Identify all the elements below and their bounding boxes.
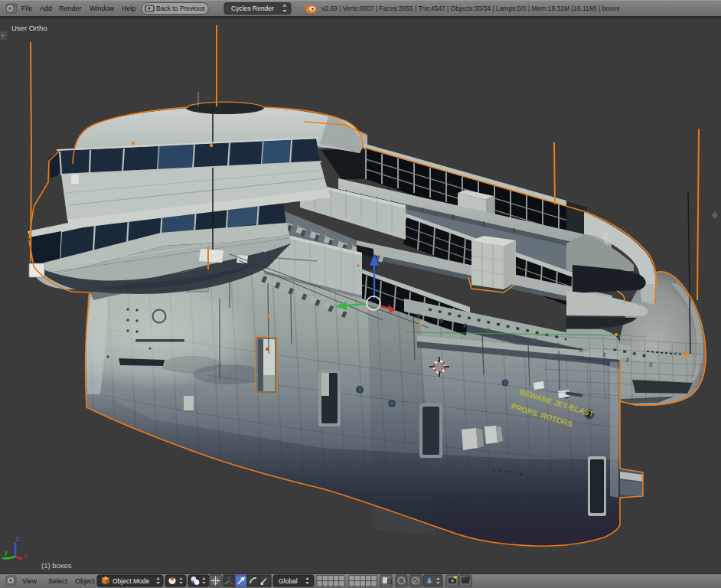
svg-text:Object: Object <box>75 577 96 585</box>
svg-text:Object Mode: Object Mode <box>113 577 149 585</box>
svg-text:View: View <box>22 577 38 585</box>
svg-text:Back to Previous: Back to Previous <box>156 5 205 12</box>
svg-text:Add: Add <box>40 5 52 12</box>
svg-text:Help: Help <box>122 5 136 12</box>
svg-text:User Ortho: User Ortho <box>11 24 47 32</box>
svg-text:Window: Window <box>90 5 115 12</box>
svg-text:Select: Select <box>48 577 68 585</box>
svg-text:(1) boxes: (1) boxes <box>41 561 72 570</box>
svg-text:File: File <box>21 5 33 12</box>
svg-text:+: + <box>1 32 5 40</box>
svg-text:v2.69 | Verts:6907 | Faces:395: v2.69 | Verts:6907 | Faces:3955 | Tris:4… <box>321 5 620 12</box>
svg-text:y: y <box>5 548 8 556</box>
svg-text:z: z <box>16 535 20 543</box>
svg-text:x: x <box>24 552 28 560</box>
svg-text:Cycles Render: Cycles Render <box>231 5 274 12</box>
svg-text:Render: Render <box>59 5 82 12</box>
svg-text:Global: Global <box>279 577 298 585</box>
